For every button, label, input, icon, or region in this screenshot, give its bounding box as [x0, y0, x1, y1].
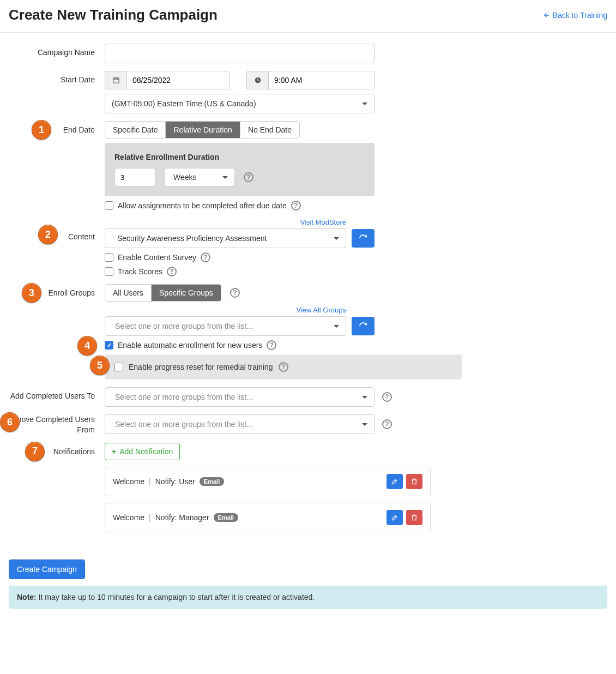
view-all-groups-link[interactable]: View All Groups — [296, 306, 346, 314]
edit-icon — [391, 478, 398, 485]
note-bold: Note: — [17, 593, 37, 601]
end-date-label: End Date — [63, 125, 95, 134]
enroll-groups-select[interactable]: Select one or more groups from the list.… — [105, 316, 346, 336]
step-badge-2: 2 — [38, 225, 58, 244]
plus-icon: + — [112, 447, 116, 456]
auto-enroll-checkbox[interactable]: ✓ — [105, 341, 113, 350]
start-time-input[interactable] — [268, 71, 375, 89]
help-icon[interactable]: ? — [291, 201, 301, 210]
edit-icon — [391, 514, 398, 521]
relative-duration-value[interactable] — [114, 168, 155, 186]
chevron-down-icon — [362, 103, 367, 105]
clock-icon — [246, 71, 268, 89]
relative-duration-unit[interactable]: Weeks — [164, 168, 235, 186]
chevron-down-icon — [362, 396, 367, 399]
add-notification-button[interactable]: + Add Notification — [105, 443, 180, 460]
notification-type: Welcome — [113, 513, 144, 522]
auto-enroll-label: Enable automatic enrollment for new user… — [118, 341, 262, 350]
svg-rect-0 — [113, 78, 119, 83]
relative-duration-title: Relative Enrollment Duration — [114, 153, 365, 161]
start-date-label: Start Date — [0, 71, 105, 113]
notification-row: Welcome | Notify: Manager Email — [105, 503, 431, 532]
page-title: Create New Training Campaign — [9, 7, 218, 23]
refresh-icon — [359, 322, 367, 330]
progress-reset-checkbox[interactable] — [114, 363, 123, 371]
chevron-down-icon — [334, 237, 339, 240]
chevron-down-icon — [334, 325, 339, 328]
notification-type: Welcome — [113, 477, 144, 486]
track-scores-label: Track Scores — [118, 267, 162, 276]
start-date-group — [105, 71, 230, 89]
enable-survey-checkbox[interactable] — [105, 253, 113, 262]
refresh-content-button[interactable] — [352, 229, 375, 248]
content-select[interactable]: Security Awareness Proficiency Assessmen… — [105, 228, 346, 248]
content-label: Content — [68, 222, 95, 241]
progress-reset-label: Enable progress reset for remedial train… — [129, 363, 273, 371]
create-campaign-button[interactable]: Create Campaign — [9, 559, 85, 579]
enroll-all-button[interactable]: All Users — [105, 285, 152, 301]
notification-channel-badge: Email — [214, 513, 238, 522]
notification-row: Welcome | Notify: User Email — [105, 467, 431, 496]
edit-notification-button[interactable] — [386, 474, 403, 489]
notification-target: Notify: Manager — [155, 513, 209, 522]
trash-icon — [410, 514, 418, 521]
campaign-name-input[interactable] — [105, 44, 375, 63]
back-to-training-link[interactable]: Back to Training — [543, 11, 607, 20]
allow-after-due-label: Allow assignments to be completed after … — [118, 201, 287, 210]
note-box: Note: It may take up to 10 minutes for a… — [9, 586, 607, 609]
enroll-groups-label: Enroll Groups — [48, 288, 95, 297]
step-badge-4: 4 — [77, 336, 97, 356]
add-completed-select[interactable]: Select one or more groups from the list.… — [105, 387, 375, 407]
start-time-group — [246, 71, 375, 89]
timezone-select[interactable]: (GMT-05:00) Eastern Time (US & Canada) — [105, 94, 375, 113]
calendar-icon — [105, 71, 126, 89]
help-icon[interactable]: ? — [244, 172, 253, 182]
step-badge-3: 3 — [22, 283, 41, 303]
step-badge-5: 5 — [90, 356, 110, 375]
add-completed-label: Add Completed Users To — [0, 387, 105, 407]
notification-channel-badge: Email — [200, 477, 224, 486]
help-icon[interactable]: ? — [382, 419, 392, 429]
enable-survey-label: Enable Content Survey — [118, 253, 196, 262]
notification-target: Notify: User — [155, 477, 195, 486]
help-icon[interactable]: ? — [167, 267, 177, 276]
enroll-specific-button[interactable]: Specific Groups — [152, 285, 221, 301]
end-relative-button[interactable]: Relative Duration — [166, 122, 240, 138]
arrow-left-icon — [543, 11, 551, 19]
step-badge-1: 1 — [32, 120, 51, 140]
help-icon[interactable]: ? — [279, 362, 288, 372]
chevron-down-icon — [362, 423, 367, 426]
chevron-down-icon — [222, 176, 228, 179]
edit-notification-button[interactable] — [386, 510, 403, 525]
step-badge-6: 6 — [0, 412, 20, 432]
notifications-label: Notifications — [53, 447, 95, 456]
allow-after-due-checkbox[interactable] — [105, 201, 113, 210]
note-text: It may take up to 10 minutes for a campa… — [37, 593, 315, 601]
refresh-icon — [359, 234, 367, 243]
trash-icon — [410, 478, 418, 485]
end-none-button[interactable]: No End Date — [240, 122, 299, 138]
help-icon[interactable]: ? — [201, 252, 210, 262]
help-icon[interactable]: ? — [230, 288, 240, 298]
step-badge-7: 7 — [25, 442, 45, 461]
help-icon[interactable]: ? — [382, 392, 392, 402]
remove-completed-select[interactable]: Select one or more groups from the list.… — [105, 414, 375, 434]
relative-duration-panel: Relative Enrollment Duration Weeks ? — [105, 143, 375, 196]
campaign-name-label: Campaign Name — [0, 44, 105, 63]
start-date-input[interactable] — [126, 71, 230, 89]
refresh-groups-button[interactable] — [352, 317, 375, 335]
delete-notification-button[interactable] — [406, 474, 422, 489]
visit-modstore-link[interactable]: Visit ModStore — [300, 218, 346, 226]
end-specific-button[interactable]: Specific Date — [105, 122, 166, 138]
delete-notification-button[interactable] — [406, 510, 422, 525]
progress-reset-panel: Enable progress reset for remedial train… — [105, 354, 462, 380]
enroll-toggle: All Users Specific Groups — [105, 284, 221, 302]
help-icon[interactable]: ? — [267, 340, 276, 350]
track-scores-checkbox[interactable] — [105, 267, 113, 276]
end-date-toggle: Specific Date Relative Duration No End D… — [105, 121, 300, 139]
